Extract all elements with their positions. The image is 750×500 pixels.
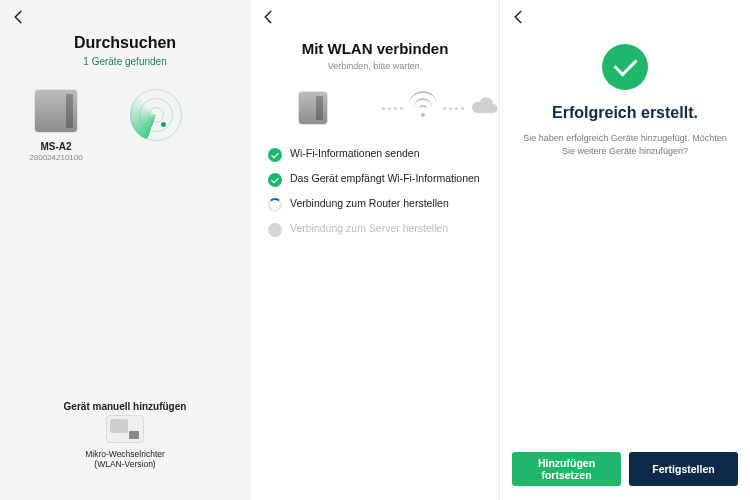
radar-icon bbox=[130, 89, 182, 141]
pending-icon bbox=[268, 223, 282, 237]
connection-flow bbox=[250, 91, 500, 125]
success-message: Sie haben erfolgreich Geräte hinzugefügt… bbox=[520, 132, 730, 158]
screen-connect-wlan: Mit WLAN verbinden Verbinden, bitte wart… bbox=[250, 0, 500, 500]
back-button[interactable] bbox=[260, 8, 278, 30]
page-subtitle: Verbinden, bitte warten. bbox=[250, 61, 500, 71]
success-check-icon bbox=[602, 44, 648, 90]
battery-storage-icon bbox=[34, 89, 78, 133]
device-name: MS-A2 bbox=[24, 141, 88, 152]
step-item: Verbindung zum Router herstellen bbox=[268, 197, 482, 212]
step-item: Wi-Fi-Informationen senden bbox=[268, 147, 482, 162]
device-serial: 280024210100 bbox=[24, 153, 88, 162]
wifi-icon bbox=[409, 97, 437, 119]
spinner-icon bbox=[268, 198, 282, 212]
flow-dots-icon bbox=[443, 107, 464, 110]
device-tile[interactable]: MS-A2 280024210100 bbox=[24, 89, 88, 162]
continue-add-button[interactable]: Hinzufügen fortsetzen bbox=[512, 452, 621, 486]
micro-inverter-icon bbox=[106, 415, 144, 443]
page-title: Mit WLAN verbinden bbox=[250, 40, 500, 57]
page-title: Erfolgreich erstellt. bbox=[500, 104, 750, 122]
progress-steps: Wi-Fi-Informationen senden Das Gerät emp… bbox=[268, 147, 482, 237]
flow-dots-icon bbox=[382, 107, 403, 110]
cloud-icon bbox=[470, 96, 500, 120]
manual-add-heading: Gerät manuell hinzufügen bbox=[0, 401, 250, 412]
back-button[interactable] bbox=[510, 8, 528, 30]
step-item: Das Gerät empfängt Wi-Fi-Informationen bbox=[268, 172, 482, 187]
manual-item-label: Mikro-Wechselrichter (WLAN-Version) bbox=[0, 449, 250, 470]
back-button[interactable] bbox=[10, 8, 28, 30]
page-title: Durchsuchen bbox=[0, 34, 250, 52]
devices-found-label: 1 Geräte gefunden bbox=[0, 56, 250, 67]
step-item: Verbindung zum Server herstellen bbox=[268, 222, 482, 237]
device-icon bbox=[298, 91, 328, 125]
manual-add-item[interactable]: Mikro-Wechselrichter (WLAN-Version) bbox=[0, 415, 250, 470]
check-icon bbox=[268, 148, 282, 162]
scanning-indicator bbox=[124, 89, 188, 162]
screen-success: Erfolgreich erstellt. Sie haben erfolgre… bbox=[500, 0, 750, 500]
finish-button[interactable]: Fertigstellen bbox=[629, 452, 738, 486]
screen-scan: Durchsuchen 1 Geräte gefunden MS-A2 2800… bbox=[0, 0, 250, 500]
check-icon bbox=[268, 173, 282, 187]
